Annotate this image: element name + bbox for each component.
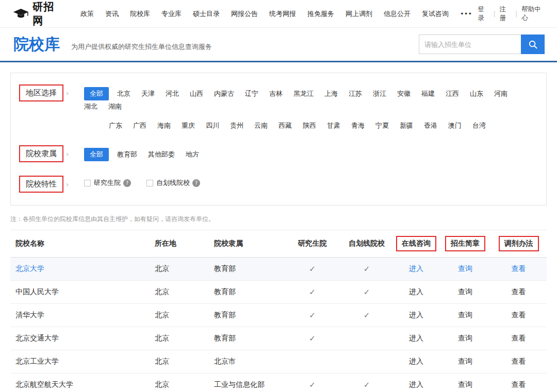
university-link[interactable]: 北京工业大学: [10, 357, 155, 366]
filter-option-active[interactable]: 全部: [84, 148, 109, 161]
filter-option[interactable]: 新疆: [400, 120, 413, 132]
filter-option[interactable]: 其他部委: [148, 148, 175, 161]
search-input[interactable]: [419, 35, 521, 54]
filter-option[interactable]: 陕西: [303, 120, 316, 132]
checkbox[interactable]: [146, 180, 153, 186]
filter-row-affiliation: 院校隶属 › 全部教育部其他部委地方: [19, 145, 538, 162]
feature-checkbox-item[interactable]: 自划线院校?: [146, 178, 200, 188]
filter-option[interactable]: 台湾: [472, 120, 486, 132]
nav-item[interactable]: 资讯: [105, 9, 119, 19]
university-link[interactable]: 中国人民大学: [10, 287, 155, 297]
filter-option[interactable]: 山东: [470, 88, 483, 100]
adjust-link[interactable]: 查看: [490, 334, 547, 343]
brochure-link[interactable]: 查询: [440, 311, 490, 320]
help-icon[interactable]: ?: [192, 179, 200, 187]
filter-option[interactable]: 湖南: [108, 100, 122, 113]
filter-option[interactable]: 澳门: [448, 120, 462, 132]
university-link[interactable]: 北京大学: [10, 264, 155, 274]
brochure-link[interactable]: 查询: [440, 380, 490, 389]
filter-option[interactable]: 地方: [186, 148, 199, 161]
search-button[interactable]: [521, 35, 545, 54]
filter-option[interactable]: 重庆: [182, 120, 195, 132]
filter-option[interactable]: 湖北: [84, 100, 97, 113]
filter-option[interactable]: 内蒙古: [214, 88, 234, 100]
adjust-link[interactable]: 查看: [490, 380, 547, 389]
adjust-link[interactable]: 查看: [490, 357, 547, 366]
filter-option[interactable]: 江苏: [349, 88, 362, 100]
nav-item[interactable]: •••: [460, 10, 472, 18]
filter-option[interactable]: 江西: [446, 88, 459, 100]
feature-options: 研究生院?自划线院校?: [84, 178, 538, 188]
filter-option[interactable]: 辽宁: [245, 88, 258, 100]
annotation-box: 在线咨询: [396, 236, 436, 251]
filter-option[interactable]: 香港: [424, 120, 437, 132]
nav-item[interactable]: 复试咨询: [422, 9, 449, 19]
filter-option[interactable]: 上海: [324, 88, 338, 100]
chevron-right-icon: ›: [66, 150, 69, 158]
adjust-link[interactable]: 查看: [490, 264, 547, 274]
filter-option[interactable]: 贵州: [230, 120, 243, 132]
brochure-link[interactable]: 查询: [440, 264, 490, 274]
filter-option[interactable]: 西藏: [278, 120, 292, 132]
filter-option[interactable]: 山西: [190, 88, 203, 100]
brochure-link[interactable]: 查询: [440, 334, 490, 343]
nav-item[interactable]: 专业库: [161, 9, 182, 19]
filter-option[interactable]: 河北: [166, 88, 179, 100]
filter-option[interactable]: 浙江: [373, 88, 386, 100]
nav-item[interactable]: 政策: [80, 9, 94, 19]
university-link[interactable]: 清华大学: [10, 311, 155, 320]
grad-school-check: ✓: [284, 264, 341, 274]
self-line-check: ✓: [341, 311, 392, 320]
filter-option[interactable]: 青海: [351, 120, 365, 132]
filter-option[interactable]: 福建: [421, 88, 435, 100]
nav-item[interactable]: 硕士目录: [193, 9, 220, 19]
adjust-link[interactable]: 查看: [490, 287, 547, 297]
filter-option[interactable]: 宁夏: [375, 120, 389, 132]
consult-link[interactable]: 进入: [392, 380, 440, 389]
adjust-link[interactable]: 查看: [490, 311, 547, 320]
filter-option[interactable]: 安徽: [397, 88, 411, 100]
annotation-box: 招生简章: [445, 236, 485, 251]
filter-option[interactable]: 海南: [157, 120, 171, 132]
filter-option[interactable]: 吉林: [269, 88, 283, 100]
university-link[interactable]: 北京航空航天大学: [10, 380, 155, 389]
consult-link[interactable]: 进入: [392, 311, 440, 320]
brochure-link[interactable]: 查询: [440, 287, 490, 297]
filter-option-active[interactable]: 全部: [84, 87, 109, 100]
consult-link[interactable]: 进入: [392, 334, 440, 343]
account-links: 登录 | 注册 | 帮助中心: [478, 5, 545, 23]
nav-item[interactable]: 网上调剂: [346, 9, 372, 19]
nav-item[interactable]: 网报公告: [231, 9, 258, 19]
nav-item[interactable]: 统考网报: [269, 9, 296, 19]
checkbox[interactable]: [84, 180, 91, 186]
consult-link[interactable]: 进入: [392, 357, 440, 366]
location-cell: 北京: [155, 334, 214, 343]
filter-option[interactable]: 广西: [133, 120, 146, 132]
filter-option[interactable]: 天津: [141, 88, 155, 100]
col-header-location: 所在地: [155, 239, 214, 248]
filter-option[interactable]: 四川: [206, 120, 219, 132]
filter-option[interactable]: 教育部: [117, 148, 137, 161]
filter-option[interactable]: 黑龙江: [293, 88, 314, 100]
table-body: 北京大学北京教育部✓✓进入查询查看中国人民大学北京教育部✓✓进入查询查看清华大学…: [10, 258, 547, 392]
login-link[interactable]: 登录: [478, 5, 489, 23]
filter-option[interactable]: 河南: [494, 88, 507, 100]
help-center-link[interactable]: 帮助中心: [521, 5, 545, 23]
nav-item[interactable]: 院校库: [130, 9, 150, 19]
register-link[interactable]: 注册: [500, 5, 511, 23]
site-logo[interactable]: 研招网: [12, 0, 62, 28]
nav-item[interactable]: 推免服务: [307, 9, 334, 19]
help-icon[interactable]: ?: [123, 179, 131, 187]
filter-option[interactable]: 广东: [109, 120, 122, 132]
filter-option[interactable]: 甘肃: [327, 120, 340, 132]
affiliation-label-wrap: 院校隶属 ›: [19, 145, 77, 162]
brochure-link[interactable]: 查询: [440, 357, 490, 366]
filter-option[interactable]: 云南: [254, 120, 268, 132]
consult-link[interactable]: 进入: [392, 264, 440, 274]
consult-link[interactable]: 进入: [392, 287, 440, 297]
self-line-check: ✓: [341, 380, 392, 389]
nav-item[interactable]: 信息公开: [384, 9, 411, 19]
filter-option[interactable]: 北京: [117, 88, 130, 100]
feature-checkbox-item[interactable]: 研究生院?: [84, 178, 131, 188]
university-link[interactable]: 北京交通大学: [10, 334, 155, 343]
